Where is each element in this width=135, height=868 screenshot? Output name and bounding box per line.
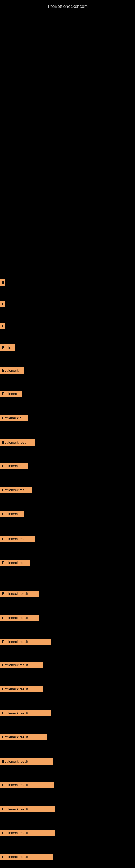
- bottleneck-result-item: Bottleneck result: [0, 686, 43, 692]
- bottleneck-result-item: Bottleneck result: [0, 734, 47, 740]
- bottleneck-result-item: Bottleneck result: [0, 758, 53, 765]
- bottleneck-result-item: Bottleneck result: [0, 662, 43, 668]
- bottleneck-result-item: Bottleneck res: [0, 487, 32, 493]
- bottleneck-result-item: B: [0, 323, 5, 329]
- bottleneck-result-item: Bottleneck: [0, 367, 24, 373]
- bottleneck-result-item: Bottleneck result: [0, 710, 51, 716]
- bottleneck-result-item: Bottleneck result: [0, 854, 53, 860]
- bottleneck-result-item: Bottleneck result: [0, 590, 39, 597]
- bottleneck-result-item: Bottleneck r: [0, 415, 28, 421]
- bottleneck-result-item: Bottleneck result: [0, 806, 55, 812]
- bottleneck-result-item: Bottleneck result: [0, 830, 55, 836]
- bottleneck-result-item: Bottle: [0, 344, 15, 351]
- bottleneck-result-item: Bottlenec: [0, 391, 21, 397]
- bottleneck-result-item: Bottleneck result: [0, 782, 54, 788]
- bottleneck-result-item: Bottleneck: [0, 511, 24, 517]
- bottleneck-result-item: Bottleneck r: [0, 463, 28, 469]
- bottleneck-result-item: Bottleneck resu: [0, 536, 35, 542]
- site-title: TheBottlenecker.com: [0, 1, 135, 10]
- bottleneck-result-item: Bottleneck result: [0, 639, 51, 645]
- bottleneck-result-item: Bottleneck re: [0, 560, 30, 566]
- bottleneck-result-item: Bottleneck resu: [0, 439, 35, 446]
- bottleneck-result-item: B: [0, 279, 5, 286]
- bottleneck-result-item: B: [0, 301, 5, 307]
- bottleneck-result-item: Bottleneck result: [0, 615, 39, 621]
